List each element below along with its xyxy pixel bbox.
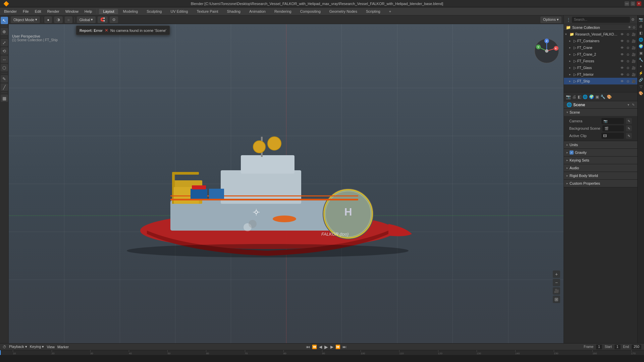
outliner-item-ft-ship[interactable]: ▸ ▷ FT_Ship 👁 ⊙ 🎥 — [564, 78, 637, 84]
frame-all-button[interactable]: ⊞ — [553, 296, 560, 303]
nav-gizmo[interactable]: X Y Z — [533, 38, 560, 64]
proportional-edit[interactable]: ⊙ — [110, 16, 118, 23]
outliner-item-research-vessel[interactable]: ▾ 📁 Research_Vessel_FALKOR_with_Helipad … — [564, 31, 637, 38]
clip-pick-btn[interactable]: ✎ — [626, 133, 632, 139]
tool-add[interactable]: ▦ — [1, 95, 8, 102]
menu-blender[interactable]: Blender — [1, 9, 19, 14]
select-icon[interactable]: ⊙ — [626, 66, 630, 70]
transform-global[interactable]: Global ▾ — [77, 16, 96, 23]
outliner-item-ft-crane[interactable]: ▸ ▷ FT_Crane 👁 ⊙ 🎥 — [564, 44, 637, 51]
next-frame-btn[interactable]: ▶ — [330, 345, 334, 349]
marker-menu[interactable]: Marker — [57, 345, 69, 349]
tab-uv-editing[interactable]: UV Editing — [166, 9, 192, 14]
timeline-ruler-area[interactable]: 10 20 30 40 50 60 — [0, 350, 644, 362]
menu-edit[interactable]: Edit — [32, 9, 44, 14]
audio-section-header[interactable]: ▸ Audio — [564, 164, 637, 172]
render-icon[interactable]: 🎥 — [631, 79, 636, 83]
end-frame-field[interactable]: 250 — [632, 345, 641, 349]
select-icon[interactable]: ⊙ — [626, 59, 630, 63]
zoom-out-button[interactable]: − — [553, 279, 560, 286]
close-button[interactable]: ✕ — [637, 1, 641, 6]
keying-sets-section-header[interactable]: ▸ Keying Sets — [564, 157, 637, 164]
prop-data-icon[interactable]: ▽ — [638, 84, 644, 89]
tool-cursor[interactable]: ⊕ — [1, 28, 8, 35]
view-menu[interactable]: View — [47, 345, 55, 349]
maximize-button[interactable]: □ — [631, 1, 635, 6]
prop-render-icon[interactable]: 📷 — [638, 17, 644, 22]
tool-select[interactable]: ↖ — [1, 17, 8, 24]
prop-material-icon[interactable]: 🎨 — [638, 90, 644, 96]
render-icon[interactable]: 🎥 — [631, 33, 636, 36]
render-icon[interactable]: 🎥 — [631, 73, 636, 76]
outliner-item-ft-glass[interactable]: ▸ ▷ FT_Glass 👁 ⊙ 🎥 — [564, 64, 637, 71]
tool-rotate[interactable]: ⟲ — [1, 47, 8, 55]
outliner-item-ft-interior[interactable]: ▸ ▷ FT_Interior 👁 ⊙ 🎥 — [564, 71, 637, 78]
prop-particles-icon[interactable]: ✦ — [638, 64, 644, 69]
play-btn[interactable]: ▶ — [323, 344, 329, 350]
vis-icon[interactable]: 👁 — [620, 66, 625, 70]
active-clip-value[interactable]: 🎞 — [601, 133, 624, 139]
outliner-item-ft-fences[interactable]: ▸ ▷ FT_Fences 👁 ⊙ 🎥 — [564, 58, 637, 64]
start-frame-field[interactable]: 1 — [614, 345, 621, 349]
tab-texture-paint[interactable]: Texture Paint — [193, 9, 222, 14]
tool-move[interactable]: ⤢ — [1, 39, 8, 46]
tool-measure[interactable]: ╱ — [1, 83, 8, 91]
camera-pick-btn[interactable]: ✎ — [626, 118, 632, 124]
viewport[interactable]: Object Mode ▾ ● ◑ ○ Global ▾ 🧲 ⊙ — [9, 15, 564, 343]
tab-shading[interactable]: Shading — [223, 9, 245, 14]
render-icon[interactable]: 🎥 — [631, 39, 636, 43]
prop-physics-icon[interactable]: ⚡ — [638, 70, 644, 76]
render-icon[interactable]: 🎥 — [631, 46, 636, 50]
prop-output-icon[interactable]: 🖨 — [638, 23, 644, 29]
menu-help[interactable]: Help — [82, 9, 95, 14]
prop-constraints-icon[interactable]: 🔗 — [638, 77, 644, 82]
prop-world-icon[interactable]: 🌍 — [638, 44, 644, 49]
view-layer-icon[interactable]: ◧ — [578, 95, 581, 99]
select-icon[interactable]: ⊙ — [626, 79, 630, 83]
bg-scene-value[interactable]: 🎬 — [602, 125, 624, 131]
select-icon[interactable]: ⊙ — [626, 39, 630, 43]
timeline-track[interactable] — [0, 355, 644, 362]
render-icon[interactable]: 🎥 — [631, 53, 636, 56]
prop-modifier-icon[interactable]: 🔧 — [638, 57, 644, 62]
vis-icon[interactable]: 👁 — [620, 73, 625, 76]
tool-scale[interactable]: ↔ — [1, 56, 8, 63]
outliner-item-ft-containers[interactable]: ▸ ▷ FT_Containers 👁 ⊙ 🎥 — [564, 38, 637, 44]
hide-all-icon[interactable]: 👁 — [628, 25, 631, 29]
zoom-in-button[interactable]: + — [553, 270, 560, 278]
gravity-checkbox[interactable]: ✓ — [570, 150, 574, 155]
prop-object-icon[interactable]: ▣ — [638, 50, 644, 56]
current-frame-field[interactable]: 1 — [596, 345, 602, 349]
tab-geometry-nodes[interactable]: Geometry Nodes — [325, 9, 361, 14]
scene-props-icon[interactable]: 🌐 — [583, 95, 588, 99]
viewport-shading-material[interactable]: ◑ — [54, 16, 63, 23]
rigid-body-section-header[interactable]: ▸ Rigid Body World — [564, 172, 637, 179]
world-props-icon[interactable]: 🌍 — [589, 95, 594, 99]
modifier-props-icon[interactable]: 🔧 — [600, 95, 605, 99]
jump-end-btn[interactable]: ⏭ — [342, 345, 347, 349]
vis-icon[interactable]: 👁 — [620, 59, 625, 63]
prop-scene-icon[interactable]: 🌐 — [638, 37, 644, 42]
viewport-shading-rendered[interactable]: ○ — [65, 16, 72, 23]
outliner-search[interactable] — [572, 17, 630, 23]
output-props-icon[interactable]: 🖨 — [572, 95, 576, 99]
restrict-icon[interactable]: ⊙ — [633, 25, 635, 29]
new-scene-icon[interactable]: ✎ — [632, 103, 635, 107]
outliner-filter-icon[interactable]: ⚙ — [631, 17, 635, 22]
tab-sculpting[interactable]: Sculpting — [143, 9, 166, 14]
units-section-header[interactable]: ▸ Units — [564, 141, 637, 148]
keying-menu[interactable]: Keying ▾ — [30, 345, 44, 349]
tab-rendering[interactable]: Rendering — [270, 9, 296, 14]
obj-props-icon[interactable]: ▣ — [595, 95, 599, 99]
menu-file[interactable]: File — [20, 9, 32, 14]
outliner-item-ft-crane2[interactable]: ▸ ▷ FT_Crane_2 👁 ⊙ 🎥 — [564, 51, 637, 58]
gravity-section-header[interactable]: ▸ ✓ Gravity — [564, 149, 637, 156]
custom-props-section-header[interactable]: ▸ Custom Properties — [564, 180, 637, 187]
tab-layout[interactable]: Layout — [99, 9, 118, 14]
tab-add[interactable]: + — [385, 9, 395, 14]
snap-toggle[interactable]: 🧲 — [98, 16, 108, 23]
select-icon[interactable]: ⊙ — [626, 33, 630, 36]
camera-value-field[interactable]: 📷 — [601, 118, 624, 124]
vis-icon[interactable]: 👁 — [620, 39, 625, 43]
scene-collapsible-header[interactable]: ▾ Scene — [564, 109, 637, 116]
